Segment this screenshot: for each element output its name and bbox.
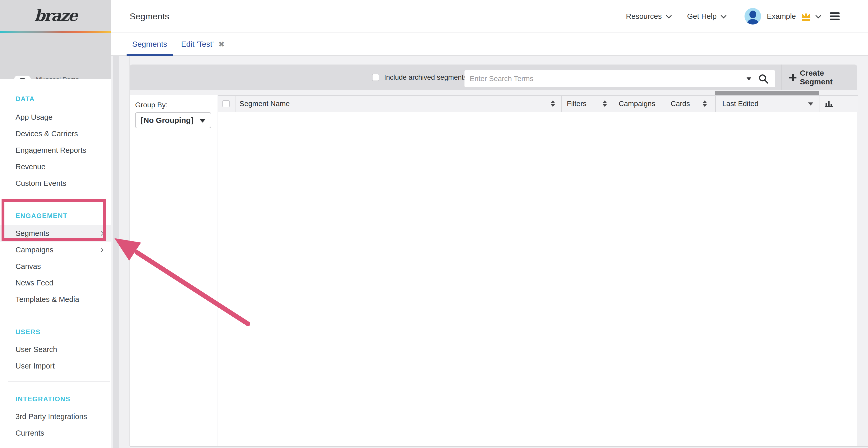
- create-segment-label: Create Segment: [800, 69, 857, 86]
- section-header-engagement: ENGAGEMENT: [16, 211, 67, 221]
- sort-desc-icon[interactable]: [808, 102, 813, 106]
- group-by-label: Group By:: [135, 101, 168, 109]
- user-avatar-icon: [745, 8, 761, 25]
- column-header-segment-name[interactable]: Segment Name: [235, 96, 561, 112]
- toolbar-divider: [781, 65, 781, 90]
- search-dropdown-caret-icon[interactable]: [747, 77, 751, 80]
- sidebar-item-user-search[interactable]: User Search: [0, 341, 111, 358]
- resources-label: Resources: [626, 12, 662, 21]
- brand-gradient-divider: [0, 31, 111, 33]
- column-label: Filters: [567, 100, 586, 108]
- sidebar-item-segments[interactable]: Segments: [0, 225, 111, 242]
- segments-table: Segment NameFiltersCampaignsCardsLast Ed…: [218, 95, 857, 446]
- get-help-menu[interactable]: Get Help: [687, 12, 725, 21]
- sort-icon[interactable]: [551, 100, 555, 107]
- dropdown-caret-icon: [199, 119, 206, 123]
- user-name: Example: [767, 12, 796, 21]
- sidebar-item-campaigns[interactable]: Campaigns: [0, 242, 111, 258]
- group-by-panel: Group By: [No Grouping]: [130, 95, 218, 446]
- chevron-down-icon: [815, 13, 822, 19]
- sidebar-item-label: App Usage: [16, 113, 53, 122]
- sidebar-item-label: Revenue: [16, 163, 45, 171]
- braze-dashboard: braze b Mixpanel Demo Mixpanel Demo DATA…: [0, 0, 868, 448]
- column-header-last-edited[interactable]: Last Edited: [715, 96, 819, 112]
- chevron-right-icon: [99, 231, 103, 236]
- segments-toolbar: Include archived segments Create Segment: [130, 65, 857, 90]
- sidebar-divider: [8, 315, 110, 315]
- sidebar-scroll-gutter: [119, 56, 129, 448]
- section-header-users: USERS: [16, 327, 40, 337]
- sidebar-item-label: Templates & Media: [16, 295, 79, 304]
- sidebar-item-news-feed[interactable]: News Feed: [0, 275, 111, 291]
- plus-icon: [789, 74, 796, 81]
- page-title: Segments: [130, 0, 169, 33]
- sidebar-item-custom-events[interactable]: Custom Events: [0, 175, 111, 192]
- search-input[interactable]: [464, 70, 738, 87]
- sidebar-item-devices-carriers[interactable]: Devices & Carriers: [0, 126, 111, 142]
- sidebar-item-label: Custom Events: [16, 179, 66, 187]
- bar-chart-icon: [825, 100, 833, 108]
- sidebar-item-canvas[interactable]: Canvas: [0, 258, 111, 275]
- sidebar-scrollbar[interactable]: [113, 56, 119, 448]
- sidebar-item-3rd-party-integrations[interactable]: 3rd Party Integrations: [0, 408, 111, 425]
- sidebar-item-revenue[interactable]: Revenue: [0, 159, 111, 175]
- column-header-campaigns[interactable]: Campaigns: [613, 96, 664, 112]
- column-label: Segment Name: [240, 100, 290, 108]
- column-label: Campaigns: [619, 100, 655, 108]
- sidebar-item-engagement-reports[interactable]: Engagement Reports: [0, 142, 111, 159]
- select-all-checkbox[interactable]: [222, 100, 230, 107]
- resources-menu[interactable]: Resources: [626, 12, 670, 21]
- sidebar-item-user-import[interactable]: User Import: [0, 358, 111, 374]
- sidebar: braze b Mixpanel Demo Mixpanel Demo DATA…: [0, 0, 111, 448]
- tab-edit-test[interactable]: Edit 'Test'✖: [176, 33, 230, 55]
- content-bottom-border: [130, 446, 868, 447]
- tab-segments[interactable]: Segments: [127, 33, 173, 55]
- include-archived-checkbox[interactable]: [372, 74, 379, 81]
- sidebar-item-label: Campaigns: [16, 246, 54, 254]
- chevron-right-icon: [99, 247, 103, 252]
- chevron-down-icon: [721, 13, 727, 19]
- sidebar-item-label: Canvas: [16, 262, 41, 271]
- search-icon[interactable]: [758, 74, 769, 84]
- create-segment-button[interactable]: Create Segment: [789, 65, 857, 90]
- active-sort-indicator: [715, 91, 819, 95]
- column-label: Cards: [671, 100, 690, 108]
- chevron-down-icon: [666, 13, 672, 19]
- main-content: Include archived segments Create Segment…: [111, 56, 868, 448]
- group-by-value: [No Grouping]: [141, 116, 193, 125]
- sidebar-item-label: 3rd Party Integrations: [16, 412, 87, 421]
- sidebar-item-label: Segments: [16, 229, 49, 238]
- tab-bar: SegmentsEdit 'Test'✖: [111, 33, 868, 56]
- column-header-chart[interactable]: [819, 96, 839, 112]
- table-header-row: Segment NameFiltersCampaignsCardsLast Ed…: [218, 95, 858, 112]
- workspace-selector[interactable]: b Mixpanel Demo Mixpanel Demo: [0, 33, 111, 79]
- braze-logo: braze: [34, 6, 77, 25]
- column-divider: [839, 96, 839, 112]
- user-menu[interactable]: Example: [745, 8, 820, 25]
- sidebar-content-divider: [129, 56, 130, 446]
- group-by-select[interactable]: [No Grouping]: [135, 112, 211, 128]
- sidebar-item-label: Devices & Carriers: [16, 130, 78, 138]
- sidebar-item-label: User Import: [16, 362, 55, 370]
- hamburger-menu-icon[interactable]: [830, 12, 840, 20]
- sort-icon[interactable]: [703, 100, 707, 107]
- column-header-cards[interactable]: Cards: [664, 96, 715, 112]
- sidebar-divider: [8, 381, 110, 382]
- sidebar-item-app-usage[interactable]: App Usage: [0, 109, 111, 126]
- sidebar-item-currents[interactable]: Currents: [0, 425, 111, 441]
- tab-label: Segments: [132, 40, 167, 48]
- get-help-label: Get Help: [687, 12, 717, 21]
- section-header-integrations: INTEGRATIONS: [16, 394, 70, 404]
- sidebar-item-label: Currents: [16, 429, 44, 438]
- column-header-filters[interactable]: Filters: [561, 96, 613, 112]
- sidebar-item-label: Engagement Reports: [16, 146, 86, 154]
- top-bar: Segments Resources Get Help Example: [111, 0, 868, 33]
- sidebar-item-templates-media[interactable]: Templates & Media: [0, 291, 111, 308]
- close-icon[interactable]: ✖: [219, 40, 224, 48]
- sort-icon[interactable]: [603, 100, 607, 107]
- search-field: [464, 70, 775, 87]
- sidebar-item-label: News Feed: [16, 279, 54, 287]
- include-archived-label: Include archived segments: [384, 65, 467, 90]
- sidebar-nav: DATAApp UsageDevices & CarriersEngagemen…: [0, 79, 111, 448]
- tab-label: Edit 'Test': [181, 40, 214, 48]
